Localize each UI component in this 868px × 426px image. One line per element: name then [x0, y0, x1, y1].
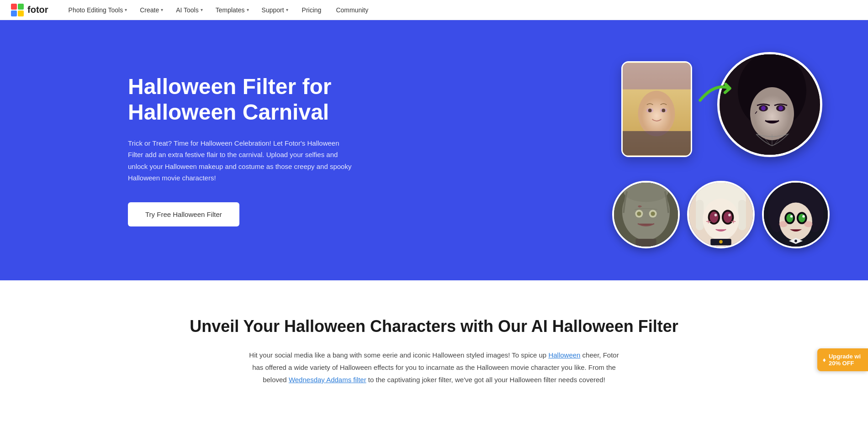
svg-point-50: [786, 214, 793, 222]
svg-rect-3: [18, 11, 24, 16]
hero-images: [612, 52, 841, 248]
svg-rect-2: [11, 11, 17, 16]
chevron-down-icon: ▾: [161, 7, 163, 12]
svg-point-42: [719, 240, 723, 244]
svg-point-18: [778, 106, 783, 110]
halloween-link[interactable]: Halloween: [548, 351, 580, 359]
upgrade-badge-text: Upgrade wi 20% OFF: [829, 353, 861, 367]
svg-point-56: [794, 240, 797, 242]
svg-rect-33: [738, 200, 746, 230]
after-face-gothic: [720, 54, 820, 155]
gothic-doll-character-image: [762, 181, 830, 248]
fotor-logo-icon: [11, 4, 24, 16]
logo[interactable]: fotor: [11, 4, 48, 16]
svg-point-54: [779, 221, 788, 227]
svg-point-40: [728, 214, 731, 216]
section2-title: Unveil Your Halloween Characters with Ou…: [91, 317, 777, 336]
diamond-icon: ♦: [823, 356, 826, 363]
chevron-down-icon: ▾: [125, 7, 127, 12]
hero-description: Trick or Treat? Time for Halloween Celeb…: [128, 137, 352, 184]
svg-point-5: [638, 91, 675, 137]
upgrade-badge[interactable]: ♦ Upgrade wi 20% OFF: [817, 348, 868, 371]
hero-content: Halloween Filter for Halloween Carnival …: [128, 74, 384, 226]
chevron-down-icon: ▾: [247, 7, 249, 12]
svg-rect-1: [18, 4, 24, 10]
svg-point-51: [799, 214, 805, 222]
svg-point-14: [750, 87, 794, 140]
svg-point-39: [715, 214, 717, 216]
svg-point-37: [709, 211, 718, 223]
svg-point-28: [651, 211, 655, 216]
svg-rect-10: [623, 63, 691, 89]
nav-photo-editing[interactable]: Photo Editing Tools ▾: [63, 0, 133, 20]
svg-point-52: [790, 215, 793, 218]
svg-point-55: [804, 221, 813, 227]
navbar: fotor Photo Editing Tools ▾ Create ▾ AI …: [0, 0, 868, 20]
wednesday-addams-link[interactable]: Wednesday Addams filter: [289, 376, 366, 384]
svg-rect-0: [11, 4, 17, 10]
hero-title: Halloween Filter for Halloween Carnival: [128, 74, 384, 124]
halloween-character-images: [612, 181, 830, 248]
svg-rect-11: [623, 131, 691, 155]
hero-section: Halloween Filter for Halloween Carnival …: [0, 20, 868, 280]
nav-ai-tools[interactable]: AI Tools ▾: [170, 0, 208, 20]
transformation-arrow: [697, 79, 733, 114]
svg-point-8: [648, 109, 652, 112]
svg-rect-32: [696, 200, 704, 230]
svg-point-27: [637, 211, 641, 216]
nav-create[interactable]: Create ▾: [134, 0, 169, 20]
svg-rect-29: [635, 239, 656, 247]
nav-items: Photo Editing Tools ▾ Create ▾ AI Tools …: [63, 0, 857, 20]
nav-community[interactable]: Community: [329, 0, 375, 20]
svg-point-38: [724, 211, 732, 223]
svg-point-53: [802, 215, 805, 218]
nav-templates[interactable]: Templates ▾: [210, 0, 254, 20]
zombie-character-image: [612, 181, 680, 248]
anime-character-image: [687, 181, 755, 248]
svg-point-34: [703, 199, 739, 240]
before-image: [621, 61, 692, 157]
svg-point-17: [761, 106, 766, 110]
svg-point-9: [662, 109, 666, 112]
nav-pricing[interactable]: Pricing: [296, 0, 328, 20]
before-face: [623, 63, 691, 156]
logo-text: fotor: [27, 5, 48, 15]
chevron-down-icon: ▾: [286, 7, 288, 12]
chevron-down-icon: ▾: [201, 7, 203, 12]
svg-point-24: [624, 181, 668, 202]
nav-support[interactable]: Support ▾: [256, 0, 294, 20]
section2-description: Hit your social media like a bang with s…: [247, 349, 621, 386]
section-unveil: Unveil Your Halloween Characters with Ou…: [0, 280, 868, 413]
try-free-halloween-filter-button[interactable]: Try Free Halloween Filter: [128, 202, 239, 226]
